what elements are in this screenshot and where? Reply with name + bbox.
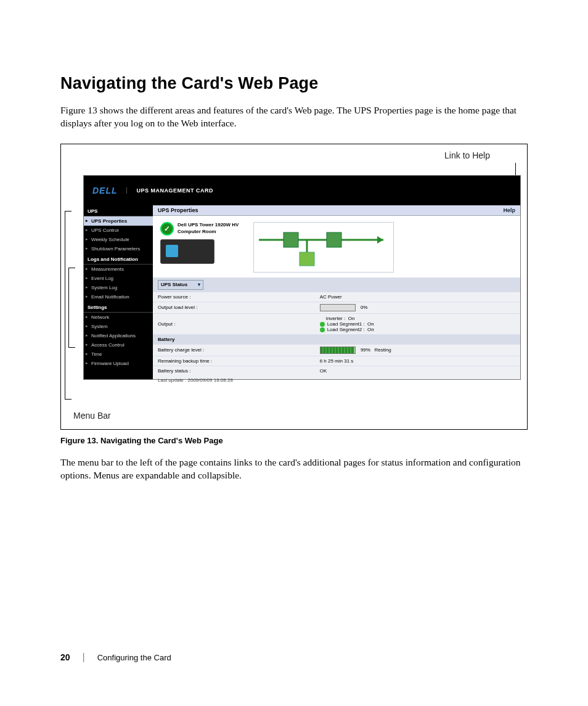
sidebar-item-system[interactable]: System: [84, 322, 153, 331]
svg-marker-1: [377, 236, 383, 244]
svg-rect-3: [327, 232, 341, 247]
callout-bracket-inner: [68, 268, 75, 348]
label-load-segment-1: Load Segment1 :: [327, 321, 365, 327]
label-power-source: Power source :: [153, 292, 315, 302]
device-summary: ✓ Dell UPS Tower 1920W HV Computer Room: [160, 222, 239, 264]
value-battery-status: OK: [315, 366, 520, 376]
sidebar-item-notified-applications[interactable]: Notified Applications: [84, 331, 153, 340]
sidebar-item-ups-properties[interactable]: UPS Properties: [84, 216, 153, 226]
label-battery-charge: Battery charge level :: [153, 344, 315, 356]
sidebar-item-system-log[interactable]: System Log: [84, 283, 153, 292]
sidebar-item-access-control[interactable]: Access Control: [84, 340, 153, 350]
page-number: 20: [60, 652, 70, 662]
value-remaining-backup: 6 h 25 min 31 s: [315, 356, 520, 366]
ups-app-window: DELL UPS MANAGEMENT CARD UPS UPS Propert…: [83, 175, 521, 380]
sidebar-item-time[interactable]: Time: [84, 350, 153, 359]
body-paragraph: The menu bar to the left of the page con…: [60, 456, 528, 482]
value-inverter: On: [348, 316, 355, 321]
label-load-segment-2: Load Segment2 :: [327, 327, 365, 332]
label-battery-status: Battery status :: [153, 366, 315, 376]
sidebar-group-settings: Settings: [84, 302, 153, 313]
sidebar-item-firmware-upload[interactable]: Firmware Upload: [84, 359, 153, 368]
sidebar-item-event-log[interactable]: Event Log: [84, 274, 153, 283]
battery-charge-bar: [320, 347, 356, 354]
sidebar: UPS UPS Properties UPS Control Weekly Sc…: [84, 205, 153, 379]
section-name: Configuring the Card: [97, 653, 171, 662]
label-output-load: Output load level :: [153, 302, 315, 313]
sidebar-item-shutdown-parameters[interactable]: Shutdown Parameters: [84, 244, 153, 253]
value-output-load: 0%: [361, 305, 368, 310]
device-room: Computer Room: [178, 229, 216, 234]
content-title-bar: UPS Properties Help: [153, 205, 520, 216]
status-ok-icon: ✓: [160, 222, 174, 236]
page-heading: Navigating the Card's Web Page: [60, 74, 528, 93]
status-dot-icon: [320, 322, 325, 327]
sidebar-item-ups-control[interactable]: UPS Control: [84, 226, 153, 235]
label-inverter: Inverter :: [326, 316, 346, 321]
value-battery-charge: 99%: [361, 347, 370, 353]
page-footer: 20 | Configuring the Card: [60, 652, 171, 663]
power-flow-diagram: [253, 222, 394, 273]
figure-13-container: Link to Help Menu Bar DELL UPS MANAGEMEN…: [60, 144, 528, 430]
battery-header: Battery: [153, 334, 520, 344]
sidebar-group-ups: UPS: [84, 205, 153, 216]
chevron-down-icon: ▾: [198, 282, 200, 287]
sidebar-item-email-notification[interactable]: Email Notification: [84, 292, 153, 302]
label-remaining-backup: Remaining backup time :: [153, 356, 315, 366]
value-battery-state: Resting: [375, 347, 391, 353]
help-link[interactable]: Help: [503, 207, 515, 213]
sidebar-group-logs: Logs and Notification: [84, 253, 153, 265]
main-content: UPS Properties Help ✓ Dell UPS Tower 192…: [153, 205, 520, 379]
value-load-segment-1: On: [367, 321, 374, 327]
callout-link-to-help: Link to Help: [444, 150, 490, 160]
status-dot-icon: [320, 327, 325, 332]
value-load-segment-2: On: [367, 327, 374, 332]
ups-image: [160, 239, 214, 264]
value-power-source: AC Power: [315, 292, 520, 302]
intro-paragraph: Figure 13 shows the different areas and …: [60, 104, 528, 130]
footer-separator: |: [83, 652, 85, 663]
label-output: Output :: [153, 313, 315, 334]
ups-status-select[interactable]: UPS Status▾: [158, 280, 203, 290]
sidebar-item-weekly-schedule[interactable]: Weekly Schedule: [84, 235, 153, 244]
content-title: UPS Properties: [158, 207, 198, 213]
svg-rect-2: [284, 232, 298, 247]
figure-caption: Figure 13. Navigating the Card's Web Pag…: [60, 436, 528, 445]
output-load-bar: [320, 304, 356, 311]
app-header: DELL UPS MANAGEMENT CARD: [84, 176, 520, 205]
callout-menu-bar: Menu Bar: [73, 411, 111, 421]
svg-rect-5: [300, 252, 314, 266]
app-title: UPS MANAGEMENT CARD: [126, 187, 214, 194]
dell-logo: DELL: [92, 186, 118, 195]
last-update: Last update : 2009/09/09 18:08:28: [153, 376, 520, 385]
sidebar-item-measurements[interactable]: Measurements: [84, 265, 153, 274]
device-name: Dell UPS Tower 1920W HV: [178, 222, 239, 228]
sidebar-item-network[interactable]: Network: [84, 313, 153, 322]
status-table: UPS Status▾ Power source : AC Power Outp…: [153, 277, 520, 376]
